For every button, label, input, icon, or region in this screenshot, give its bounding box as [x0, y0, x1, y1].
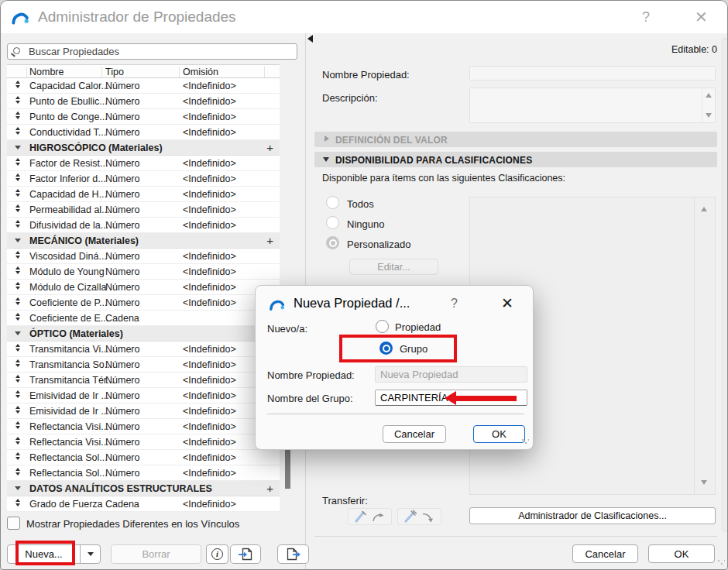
table-row[interactable]: Permeabilidad al...Número<Indefinido>: [7, 202, 280, 218]
table-group-row[interactable]: HIGROSCÓPICO (Materiales)+: [7, 140, 280, 156]
drag-handle-icon[interactable]: [15, 437, 20, 445]
scroll-up-icon[interactable]: [701, 207, 707, 211]
table-row[interactable]: Punto de Ebullic...Número<Indefinido>: [7, 94, 280, 109]
resize-grip[interactable]: [717, 559, 725, 567]
table-row[interactable]: Emisividad de Ir ...Número<Indefinido>: [7, 403, 280, 419]
drag-handle-icon[interactable]: [15, 96, 20, 104]
table-row[interactable]: Módulo de YoungNúmero<Indefinido>: [7, 264, 280, 280]
ok-button[interactable]: OK: [648, 544, 715, 563]
drag-handle-icon[interactable]: [15, 189, 20, 197]
table-row[interactable]: Difusividad de la...Número<Indefinido>: [7, 218, 280, 233]
borrar-button[interactable]: Borrar: [111, 544, 201, 564]
collapse-triangle-icon[interactable]: [15, 239, 21, 242]
radio-ninguno[interactable]: [326, 216, 339, 229]
cell-omision: <Indefinido>: [183, 344, 236, 355]
table-group-row[interactable]: MECÁNICO (Materiales)+: [7, 233, 280, 249]
table-row[interactable]: Factor de Resist...Número<Indefinido>: [7, 156, 280, 171]
nueva-dropdown-button[interactable]: [80, 544, 101, 564]
drag-handle-icon[interactable]: [15, 375, 20, 383]
scroll-down-icon[interactable]: [701, 480, 707, 485]
drag-handle-icon[interactable]: [15, 204, 20, 212]
drag-handle-icon[interactable]: [15, 251, 20, 259]
table-row[interactable]: Grado de FuerzaCadena<Indefinido>: [7, 496, 280, 512]
collapse-triangle-icon[interactable]: [15, 331, 21, 335]
drag-handle-icon[interactable]: [15, 81, 20, 88]
drag-handle-icon[interactable]: [15, 406, 20, 414]
collapse-panel-icon[interactable]: [307, 35, 313, 43]
table-group-row[interactable]: ÓPTICO (Materiales)+: [7, 326, 280, 342]
column-header-tipo[interactable]: Tipo: [105, 67, 124, 77]
help-icon[interactable]: ?: [642, 9, 650, 26]
drag-handle-icon[interactable]: [15, 173, 20, 181]
table-group-row[interactable]: DATOS ANALÍTICOS ESTRUCTURALES+: [7, 481, 280, 496]
collapse-triangle-icon[interactable]: [15, 486, 21, 490]
radio-personalizado[interactable]: [326, 236, 339, 249]
add-property-in-group-icon[interactable]: +: [266, 482, 273, 495]
column-header-omision[interactable]: Omisión: [183, 67, 218, 77]
drag-handle-icon[interactable]: [15, 499, 20, 506]
drag-handle-icon[interactable]: [15, 282, 20, 290]
import-properties-button[interactable]: [230, 544, 261, 564]
table-row[interactable]: Punto de Conge...Número<Indefinido>: [7, 109, 280, 125]
table-row[interactable]: Reflectancia Visi...Número<Indefinido>: [7, 434, 280, 450]
table-row[interactable]: Transmitancia Tér...Número<Indefinido>: [7, 373, 280, 388]
table-row[interactable]: Viscosidad Diná...Número<Indefinido>: [7, 249, 280, 264]
info-button[interactable]: i: [206, 544, 228, 564]
add-property-in-group-icon[interactable]: +: [266, 141, 273, 154]
drag-handle-icon[interactable]: [15, 421, 20, 429]
table-row[interactable]: Reflectancia Sol...Número<Indefinido>: [7, 450, 280, 465]
add-property-in-group-icon[interactable]: +: [266, 234, 273, 247]
help-icon[interactable]: ?: [451, 297, 458, 311]
table-row[interactable]: Reflectancia Visi...Número<Indefinido>: [7, 419, 280, 434]
drag-handle-icon[interactable]: [15, 266, 20, 274]
table-row[interactable]: Capacidad Calor...Número<Indefinido>: [7, 78, 280, 94]
table-row[interactable]: Transmitancia So...Número<Indefinido>: [7, 357, 280, 373]
show-different-properties-checkbox[interactable]: [7, 517, 20, 530]
export-properties-button[interactable]: [277, 544, 309, 564]
inject-parameters-button[interactable]: [397, 508, 441, 525]
table-row[interactable]: Reflectancia Sol...Número<Indefinido>: [7, 465, 280, 481]
table-row[interactable]: Capacidad de H...Número<Indefinido>: [7, 187, 280, 202]
pickup-parameters-button[interactable]: [348, 508, 392, 525]
column-header-nombre[interactable]: Nombre: [29, 67, 64, 77]
close-icon[interactable]: ✕: [501, 294, 513, 312]
search-box[interactable]: [7, 43, 297, 60]
drag-handle-icon[interactable]: [15, 220, 20, 228]
drag-handle-icon[interactable]: [15, 468, 20, 476]
radio-todos[interactable]: [326, 196, 339, 209]
section-disponibilidad[interactable]: DISPONIBILIDAD PARA CLASIFICACIONES: [314, 152, 717, 167]
export-page-icon: [286, 548, 301, 561]
close-icon[interactable]: ✕: [695, 8, 708, 26]
editar-button[interactable]: Editar...: [349, 259, 438, 275]
ok-button[interactable]: OK: [473, 425, 525, 443]
table-row[interactable]: Factor Inferior d...Número<Indefinido>: [7, 171, 280, 187]
drag-handle-icon[interactable]: [15, 359, 20, 367]
drag-handle-icon[interactable]: [15, 112, 20, 119]
table-row[interactable]: Emisividad de Ir ...Número<Indefinido>: [7, 388, 280, 403]
drag-handle-icon[interactable]: [15, 344, 20, 352]
drag-handle-icon[interactable]: [15, 158, 20, 166]
table-row[interactable]: Coeficiente de P...Número<Indefinido>: [7, 295, 280, 311]
search-input[interactable]: [27, 45, 294, 58]
drag-handle-icon[interactable]: [15, 297, 20, 305]
table-row[interactable]: Transmitancia Vi...Número<Indefinido>: [7, 342, 280, 357]
table-row[interactable]: Coeficiente de E...Cadena: [7, 311, 280, 326]
table-scrollbar-thumb[interactable]: [285, 450, 290, 489]
panel-scrollbar[interactable]: [722, 38, 728, 532]
drag-handle-icon[interactable]: [15, 452, 20, 460]
radio-propiedad[interactable]: [376, 320, 389, 333]
section-definicion-valor[interactable]: DEFINICIÓN DEL VALOR: [314, 132, 717, 147]
drag-handle-icon[interactable]: [15, 313, 20, 321]
scroll-up-icon[interactable]: [706, 93, 712, 98]
cancel-button[interactable]: Cancelar: [572, 544, 638, 563]
scroll-down-icon[interactable]: [706, 113, 712, 118]
collapse-triangle-icon[interactable]: [15, 146, 21, 149]
cancel-button[interactable]: Cancelar: [383, 425, 446, 443]
classification-manager-button[interactable]: Administrador de Clasificaciones...: [469, 507, 716, 524]
cell-nombre: Reflectancia Sol...: [29, 468, 108, 479]
table-row[interactable]: Módulo de CizallaNúmero<Indefinido>: [7, 280, 280, 295]
resize-grip[interactable]: [521, 438, 529, 446]
drag-handle-icon[interactable]: [15, 390, 20, 398]
drag-handle-icon[interactable]: [15, 127, 20, 135]
table-row[interactable]: Conductividad T...Número<Indefinido>: [7, 125, 280, 140]
